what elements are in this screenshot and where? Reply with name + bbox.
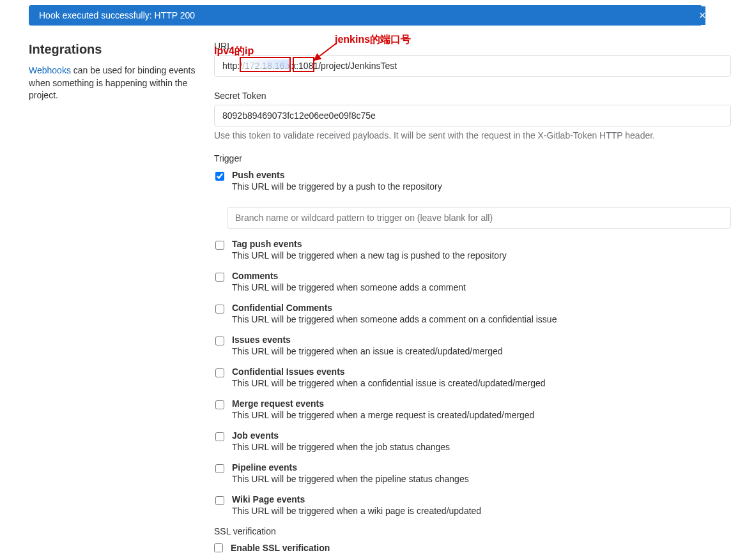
trigger-title: Push events bbox=[232, 170, 731, 180]
trigger-checkbox-confidential_comments[interactable] bbox=[215, 305, 224, 314]
url-label: URL bbox=[214, 41, 731, 51]
trigger-checkbox-wiki[interactable] bbox=[215, 496, 224, 505]
trigger-checkbox-job[interactable] bbox=[215, 432, 224, 441]
trigger-text: Pipeline eventsThis URL will be triggere… bbox=[232, 462, 731, 484]
trigger-text: Confidential Issues eventsThis URL will … bbox=[232, 367, 731, 388]
trigger-description: This URL will be triggered when an issue… bbox=[232, 346, 731, 356]
ssl-checkbox[interactable] bbox=[214, 543, 223, 552]
trigger-description: This URL will be triggered by a push to … bbox=[232, 181, 731, 192]
trigger-text: Confidential CommentsThis URL will be tr… bbox=[232, 303, 731, 324]
trigger-description: This URL will be triggered when a new ta… bbox=[232, 250, 731, 261]
trigger-description: This URL will be triggered when a merge … bbox=[232, 410, 731, 420]
success-alert: Hook executed successfully: HTTP 200 × bbox=[29, 5, 702, 26]
trigger-item-comments: CommentsThis URL will be triggered when … bbox=[214, 271, 731, 292]
trigger-description: This URL will be triggered when someone … bbox=[232, 282, 731, 292]
trigger-text: Job eventsThis URL will be triggered whe… bbox=[232, 430, 731, 452]
trigger-item-pipeline: Pipeline eventsThis URL will be triggere… bbox=[214, 462, 731, 484]
trigger-text: Tag push eventsThis URL will be triggere… bbox=[232, 239, 731, 261]
trigger-title: Pipeline events bbox=[232, 462, 731, 473]
page-title: Integrations bbox=[29, 42, 199, 57]
trigger-title: Wiki Page events bbox=[232, 494, 731, 504]
trigger-item-confidential_comments: Confidential CommentsThis URL will be tr… bbox=[214, 303, 731, 324]
trigger-title: Tag push events bbox=[232, 239, 731, 249]
trigger-title: Confidential Issues events bbox=[232, 367, 731, 377]
trigger-text: Issues eventsThis URL will be triggered … bbox=[232, 335, 731, 356]
trigger-item-confidential_issues: Confidential Issues eventsThis URL will … bbox=[214, 367, 731, 388]
webhooks-link[interactable]: Webhooks bbox=[29, 65, 71, 75]
trigger-description: This URL will be triggered when a confid… bbox=[232, 378, 731, 388]
trigger-checkbox-issues[interactable] bbox=[215, 337, 224, 345]
integrations-sidebar: Integrations Webhooks can be used for bi… bbox=[29, 31, 214, 560]
trigger-checkbox-confidential_issues[interactable] bbox=[215, 368, 224, 377]
page-container: Hook executed successfully: HTTP 200 × I… bbox=[0, 0, 731, 560]
trigger-title: Merge request events bbox=[232, 398, 731, 409]
trigger-description: This URL will be triggered when the job … bbox=[232, 442, 731, 452]
trigger-title: Comments bbox=[232, 271, 731, 281]
trigger-description: This URL will be triggered when someone … bbox=[232, 314, 731, 324]
trigger-checkbox-tag_push[interactable] bbox=[215, 241, 224, 250]
close-icon[interactable]: × bbox=[699, 6, 705, 25]
trigger-text: CommentsThis URL will be triggered when … bbox=[232, 271, 731, 292]
triggers-list: Push eventsThis URL will be triggered by… bbox=[214, 170, 731, 516]
trigger-checkbox-push[interactable] bbox=[215, 172, 224, 181]
trigger-item-push: Push eventsThis URL will be triggered by… bbox=[214, 170, 731, 192]
trigger-title: Job events bbox=[232, 430, 731, 441]
trigger-item-wiki: Wiki Page eventsThis URL will be trigger… bbox=[214, 494, 731, 516]
trigger-item-issues: Issues eventsThis URL will be triggered … bbox=[214, 335, 731, 356]
trigger-description: This URL will be triggered when a wiki p… bbox=[232, 506, 731, 516]
trigger-item-tag_push: Tag push eventsThis URL will be triggere… bbox=[214, 239, 731, 261]
webhook-form: URL Secret Token Use this token to valid… bbox=[214, 31, 731, 560]
trigger-section-label: Trigger bbox=[214, 153, 731, 163]
trigger-text: Merge request eventsThis URL will be tri… bbox=[232, 398, 731, 420]
ssl-section: SSL verification Enable SSL verification bbox=[214, 526, 731, 553]
secret-token-input[interactable] bbox=[214, 105, 731, 126]
main-layout: Integrations Webhooks can be used for bi… bbox=[0, 31, 731, 560]
ssl-section-label: SSL verification bbox=[214, 526, 731, 536]
trigger-checkbox-pipeline[interactable] bbox=[215, 464, 224, 473]
url-input[interactable] bbox=[214, 55, 731, 77]
trigger-item-job: Job eventsThis URL will be triggered whe… bbox=[214, 430, 731, 452]
sidebar-description: Webhooks can be used for binding events … bbox=[29, 64, 199, 102]
trigger-description: This URL will be triggered when the pipe… bbox=[232, 474, 731, 484]
secret-token-help: Use this token to validate received payl… bbox=[214, 130, 731, 140]
trigger-checkbox-comments[interactable] bbox=[215, 273, 224, 282]
alert-text: Hook executed successfully: HTTP 200 bbox=[39, 10, 195, 20]
ssl-checkbox-label[interactable]: Enable SSL verification bbox=[231, 543, 330, 553]
trigger-item-merge_request: Merge request eventsThis URL will be tri… bbox=[214, 398, 731, 420]
trigger-title: Confidential Comments bbox=[232, 303, 731, 313]
branch-filter-input[interactable] bbox=[227, 207, 731, 229]
trigger-title: Issues events bbox=[232, 335, 731, 345]
secret-token-label: Secret Token bbox=[214, 91, 731, 101]
trigger-checkbox-merge_request[interactable] bbox=[215, 400, 224, 409]
trigger-text: Wiki Page eventsThis URL will be trigger… bbox=[232, 494, 731, 516]
trigger-text: Push eventsThis URL will be triggered by… bbox=[232, 170, 731, 192]
